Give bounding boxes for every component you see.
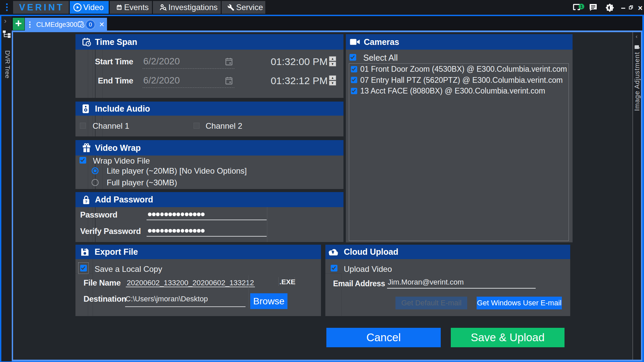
- svg-text:?: ?: [85, 199, 87, 204]
